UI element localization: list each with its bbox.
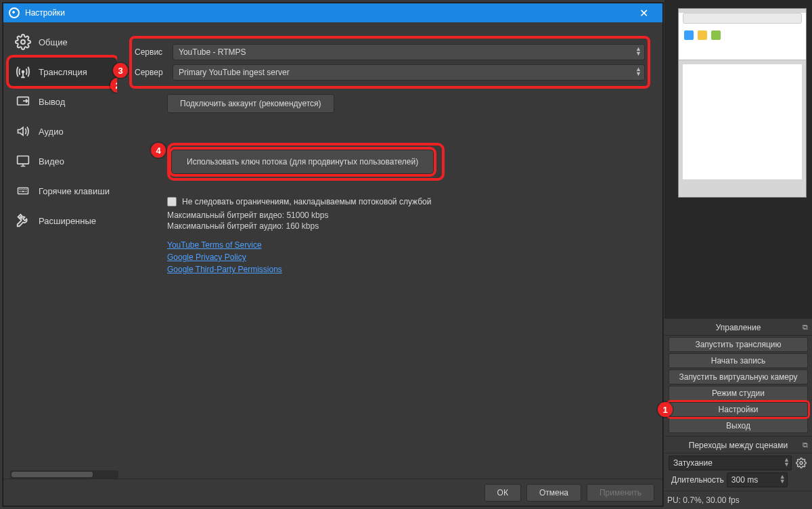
server-value: Primary YouTube ingest server	[179, 68, 290, 77]
settings-sidebar: Общие Трансляция 2 Вывод Аудио Видео	[3, 22, 117, 479]
service-select[interactable]: YouTube - RTMPS ▲▼	[173, 44, 645, 60]
sidebar-item-label: Аудио	[39, 127, 64, 137]
youtube-tos-link[interactable]: YouTube Terms of Service	[167, 240, 262, 250]
sidebar-item-audio[interactable]: Аудио	[9, 117, 117, 146]
dialog-button-bar: ОК Отмена Применить	[3, 479, 662, 506]
ok-button[interactable]: ОК	[484, 484, 521, 502]
spinner-icon: ▲▼	[780, 474, 786, 484]
ignore-restrictions-checkbox[interactable]	[167, 197, 177, 206]
controls-panel: Управление ⧉ Запустить трансляцию Начать…	[664, 318, 812, 509]
sidebar-item-label: Горячие клавиши	[39, 186, 110, 196]
sidebar-item-hotkeys[interactable]: Горячие клавиши	[9, 177, 117, 205]
max-audio-bitrate: Максимальный битрейт аудио: 160 kbps	[167, 221, 650, 231]
transition-select[interactable]: Затухание ▲▼	[669, 456, 792, 470]
service-server-group: Сервис YouTube - RTMPS ▲▼ Сервер Primary…	[129, 36, 650, 89]
gear-icon	[14, 35, 32, 49]
output-icon	[14, 94, 32, 109]
exit-button[interactable]: Выход	[669, 418, 808, 433]
sidebar-item-general[interactable]: Общие	[9, 28, 117, 56]
google-privacy-link[interactable]: Google Privacy Policy	[167, 252, 246, 262]
service-label: Сервис	[135, 47, 173, 57]
google-thirdparty-link[interactable]: Google Third-Party Permissions	[167, 265, 282, 274]
connect-account-button[interactable]: Подключить аккаунт (рекомендуется)	[167, 94, 334, 113]
duration-value: 300 ms	[731, 475, 758, 485]
controls-title-label: Управление	[716, 323, 761, 332]
annotation-badge-4: 4	[151, 143, 166, 158]
spinner-icon: ▲▼	[784, 458, 790, 467]
apply-button[interactable]: Применить	[587, 484, 654, 502]
start-streaming-button[interactable]: Запустить трансляцию	[669, 337, 808, 352]
transitions-title-label: Переходы между сценами	[689, 441, 788, 450]
speaker-icon	[14, 124, 32, 139]
sidebar-item-label: Расширенные	[39, 216, 96, 226]
svg-point-0	[800, 462, 803, 464]
spinner-icon: ▲▼	[635, 67, 641, 76]
monitor-icon	[14, 154, 32, 169]
tools-icon	[14, 213, 32, 228]
service-value: YouTube - RTMPS	[179, 47, 246, 57]
sidebar-scrollbar[interactable]	[10, 470, 117, 479]
close-icon[interactable]: ✕	[630, 7, 657, 20]
sidebar-item-label: Видео	[39, 156, 64, 167]
controls-panel-title: Управление ⧉	[664, 320, 812, 336]
sidebar-item-video[interactable]: Видео	[9, 147, 117, 175]
popout-icon[interactable]: ⧉	[803, 441, 808, 449]
titlebar[interactable]: Настройки ✕	[3, 3, 662, 22]
max-video-bitrate: Максимальный битрейт видео: 51000 kbps	[167, 211, 650, 220]
popout-icon[interactable]: ⧉	[803, 323, 808, 332]
server-select[interactable]: Primary YouTube ingest server ▲▼	[173, 64, 645, 81]
obs-logo-icon	[9, 7, 20, 18]
transitions-panel-title: Переходы между сценами ⧉	[664, 438, 812, 453]
settings-dialog: Настройки ✕ Общие Трансляция 2 Вывод А	[3, 3, 663, 506]
cancel-button[interactable]: Отмена	[526, 484, 581, 502]
sidebar-item-label: Трансляция	[39, 67, 87, 77]
duration-label: Длительность	[669, 475, 724, 485]
ignore-restrictions-label: Не следовать ограничениям, накладываемым…	[182, 197, 431, 206]
status-bar: PU: 0.7%, 30.00 fps	[664, 491, 812, 509]
svg-point-1	[21, 40, 25, 44]
gear-icon[interactable]	[794, 456, 808, 470]
annotation-badge-3: 3	[113, 63, 128, 78]
transition-value: Затухание	[673, 458, 713, 468]
annotation-badge-1: 1	[658, 402, 673, 417]
start-recording-button[interactable]: Начать запись	[669, 353, 808, 368]
settings-button[interactable]: Настройки	[669, 402, 808, 417]
studio-mode-button[interactable]: Режим студии	[669, 386, 808, 401]
sidebar-item-stream[interactable]: Трансляция	[9, 58, 117, 86]
antenna-icon	[14, 64, 32, 79]
use-stream-key-group: Использовать ключ потока (для продвинуты…	[167, 143, 445, 181]
server-label: Сервер	[135, 68, 173, 77]
use-stream-key-button[interactable]: Использовать ключ потока (для продвинуты…	[171, 150, 434, 174]
keyboard-icon	[14, 183, 32, 198]
spinner-icon: ▲▼	[635, 47, 641, 56]
start-virtual-camera-button[interactable]: Запустить виртуальную камеру	[669, 370, 808, 384]
sidebar-item-advanced[interactable]: Расширенные	[9, 206, 117, 235]
settings-content: Сервис YouTube - RTMPS ▲▼ Сервер Primary…	[117, 22, 662, 479]
browser-window-capture	[678, 8, 807, 198]
sidebar-item-label: Общие	[39, 37, 68, 47]
window-title: Настройки	[25, 8, 65, 18]
sidebar-item-label: Вывод	[39, 97, 65, 107]
svg-rect-4	[18, 156, 29, 164]
sidebar-item-output[interactable]: Вывод	[9, 87, 117, 116]
duration-input[interactable]: 300 ms ▲▼	[727, 472, 788, 487]
